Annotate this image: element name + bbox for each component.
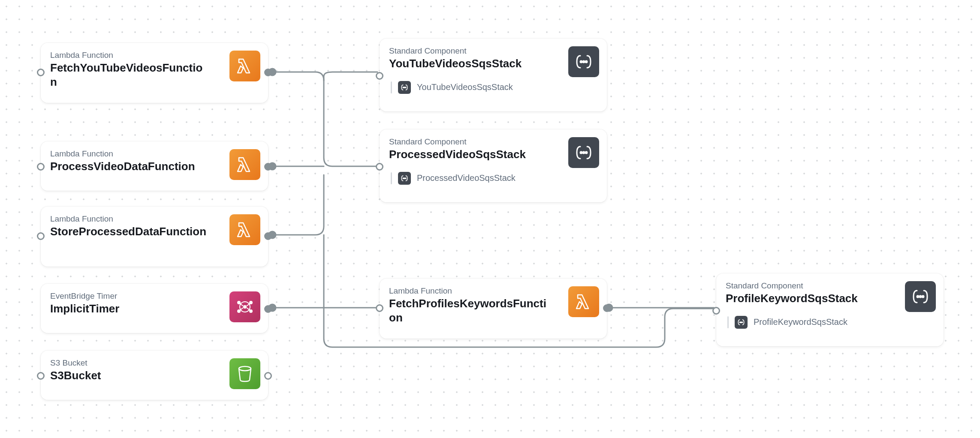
node-title: S3Bucket [50, 369, 209, 383]
input-port[interactable] [37, 69, 45, 76]
node-title: FetchProfilesKeywordsFunction [389, 297, 548, 324]
svg-point-21 [405, 87, 406, 87]
standard-component-icon [905, 281, 936, 312]
output-port[interactable] [264, 69, 272, 76]
svg-point-24 [585, 152, 587, 153]
node-title: FetchYouTubeVideosFunction [50, 61, 209, 89]
standard-component-icon [398, 81, 411, 94]
input-port[interactable] [37, 232, 45, 240]
node-type-label: S3 Bucket [50, 358, 259, 368]
node-title: YouTubeVideosSqsStack [389, 57, 548, 71]
node-type-label: Lambda Function [50, 149, 259, 159]
node-youtube-sqs-stack[interactable]: Standard Component YouTubeVideosSqsStack… [380, 39, 607, 111]
node-type-label: Lambda Function [50, 51, 259, 60]
lambda-icon [229, 214, 260, 245]
node-fetch-youtube-videos[interactable]: Lambda Function FetchYouTubeVideosFuncti… [41, 43, 268, 103]
output-port[interactable] [603, 304, 611, 312]
node-type-label: EventBridge Timer [50, 291, 259, 301]
output-port[interactable] [264, 372, 272, 380]
input-port[interactable] [712, 307, 720, 315]
node-fetch-profiles-keywords[interactable]: Lambda Function FetchProfilesKeywordsFun… [380, 279, 607, 339]
output-port[interactable] [264, 163, 272, 171]
node-type-label: Standard Component [389, 137, 597, 147]
svg-point-22 [580, 152, 582, 153]
standard-component-icon [398, 172, 411, 185]
output-port[interactable] [264, 232, 272, 240]
svg-point-28 [917, 296, 919, 297]
s3-icon [229, 358, 260, 389]
lambda-icon [568, 286, 599, 317]
node-store-processed-data[interactable]: Lambda Function StoreProcessedDataFuncti… [41, 207, 268, 267]
lambda-icon [229, 51, 260, 81]
sub-component: ProcessedVideoSqsStack [389, 172, 597, 185]
node-type-label: Standard Component [389, 46, 597, 56]
input-port[interactable] [376, 163, 383, 171]
sub-label: YouTubeVideosSqsStack [417, 82, 513, 92]
node-profile-keyword-sqs-stack[interactable]: Standard Component ProfileKeywordSqsStac… [716, 273, 944, 346]
node-title: ImplicitTimer [50, 302, 209, 316]
svg-point-23 [583, 152, 585, 153]
node-s3-bucket[interactable]: S3 Bucket S3Bucket [41, 351, 268, 400]
svg-point-29 [920, 296, 921, 297]
standard-component-icon [568, 137, 599, 168]
svg-point-6 [244, 306, 246, 308]
node-title: ProfileKeywordSqsStack [726, 291, 884, 306]
output-port[interactable] [264, 305, 272, 313]
node-implicit-timer[interactable]: EventBridge Timer ImplicitTimer [41, 284, 268, 333]
input-port[interactable] [376, 72, 383, 80]
sub-component: YouTubeVideosSqsStack [389, 81, 597, 94]
svg-point-30 [922, 296, 924, 297]
node-title: ProcessVideoDataFunction [50, 159, 209, 174]
node-process-video-data[interactable]: Lambda Function ProcessVideoDataFunction [41, 141, 268, 191]
svg-point-18 [585, 61, 587, 63]
input-port[interactable] [37, 163, 45, 171]
svg-point-27 [405, 177, 406, 178]
node-title: ProcessedVideoSqsStack [389, 147, 548, 162]
standard-component-icon [568, 46, 599, 77]
node-title: StoreProcessedDataFunction [50, 225, 209, 239]
svg-point-15 [239, 366, 251, 371]
sub-component: ProfileKeywordSqsStack [726, 316, 934, 329]
eventbridge-icon [229, 291, 260, 322]
input-port[interactable] [376, 304, 383, 312]
input-port[interactable] [37, 372, 45, 380]
node-type-label: Standard Component [726, 281, 934, 291]
svg-point-16 [580, 61, 582, 63]
sub-label: ProcessedVideoSqsStack [417, 173, 516, 183]
node-type-label: Lambda Function [50, 214, 259, 224]
standard-component-icon [735, 316, 748, 329]
sub-label: ProfileKeywordSqsStack [754, 317, 847, 327]
node-processed-video-sqs-stack[interactable]: Standard Component ProcessedVideoSqsStac… [380, 129, 607, 202]
lambda-icon [229, 149, 260, 180]
svg-point-33 [742, 321, 742, 322]
node-type-label: Lambda Function [389, 286, 597, 296]
svg-point-17 [583, 61, 585, 63]
